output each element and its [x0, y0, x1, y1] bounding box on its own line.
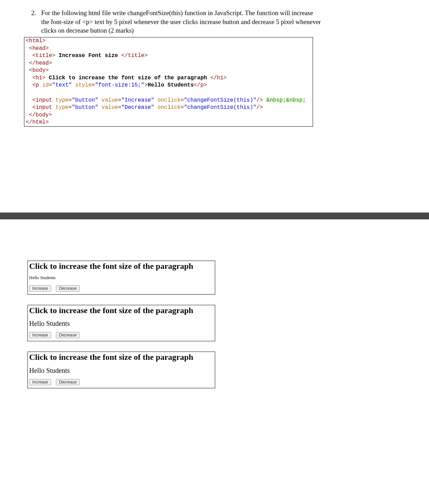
output-paragraph: Hello Students — [29, 320, 213, 327]
decrease-button[interactable]: Decrease — [56, 285, 80, 291]
decrease-button[interactable]: Decrease — [56, 379, 80, 385]
output-area: Click to increase the font size of the p… — [0, 261, 429, 388]
output-heading: Click to increase the font size of the p… — [29, 353, 213, 362]
output-frame: Click to increase the font size of the p… — [27, 352, 215, 388]
button-row: IncreaseDecrease — [29, 379, 213, 385]
code-line: </body> — [24, 112, 313, 119]
output-frame: Click to increase the font size of the p… — [27, 305, 215, 341]
question-row: 2. For the following html file write cha… — [21, 9, 408, 35]
code-line: </html> — [24, 119, 313, 126]
output-frame: Click to increase the font size of the p… — [27, 261, 215, 295]
button-row: IncreaseDecrease — [29, 332, 213, 338]
increase-button[interactable]: Increase — [29, 332, 51, 338]
increase-button[interactable]: Increase — [29, 285, 51, 291]
question-text: For the following html file write change… — [41, 9, 408, 35]
output-heading: Click to increase the font size of the p… — [29, 262, 213, 271]
code-line: <input type="button" value="Decrease" on… — [24, 104, 313, 112]
output-heading: Click to increase the font size of the p… — [29, 306, 213, 315]
question-number: 2. — [21, 9, 41, 18]
code-line: <p id="text" style="font-size:15;">Hello… — [24, 82, 313, 89]
code-line: <input type="button" value="Increase" on… — [24, 97, 313, 104]
code-line: <head> — [24, 45, 313, 53]
button-row: IncreaseDecrease — [29, 285, 213, 291]
page-divider — [0, 213, 429, 219]
code-line — [24, 89, 313, 97]
increase-button[interactable]: Increase — [29, 379, 51, 385]
output-paragraph: Hello Students — [29, 367, 213, 374]
code-line: <title> Increase Font size </title> — [24, 52, 313, 60]
code-line: <h1> Click to increase the font size of … — [24, 75, 313, 82]
code-line: </head> — [24, 60, 313, 67]
decrease-button[interactable]: Decrease — [56, 332, 80, 338]
code-line: <html> — [24, 37, 313, 45]
code-block: <html> <head> <title> Increase Font size… — [24, 37, 313, 127]
output-paragraph: Hello Students — [29, 275, 213, 280]
code-line: <body> — [24, 67, 313, 75]
